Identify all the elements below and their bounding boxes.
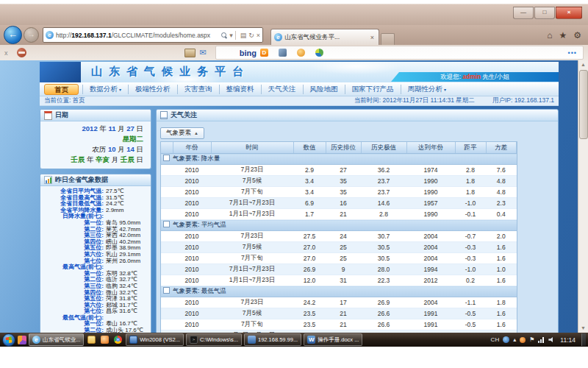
language-indicator[interactable]: CH [491,336,500,343]
table-cell: 1.6 [486,275,517,286]
scroll-up-icon[interactable]: ▲ [578,60,588,69]
table-cell: 7月1日~7月23日 [211,264,293,275]
column-header[interactable]: 年份 [173,142,211,154]
tab-close-icon[interactable]: × [369,34,376,41]
favorites-star-icon[interactable]: ★ [559,30,567,40]
mail-icon[interactable]: ✉ [200,48,207,57]
column-header[interactable]: 距平 [455,142,486,154]
table-data-row[interactable]: 20107月下旬27.02530.52004-0.31.6 [161,253,517,264]
table-cell: 2004 [406,297,455,308]
taskbar-task-button[interactable] [112,334,123,345]
new-tab-button[interactable] [381,33,395,45]
taskbar-task-button[interactable] [99,334,110,345]
bing-logo[interactable]: bing [240,49,257,57]
nav-menu-item[interactable]: 灾害查询 [177,85,219,94]
table-group-row[interactable]: 气象要素: 降水量 [161,154,517,165]
column-header[interactable]: 历史排位 [326,142,361,154]
network-icon[interactable] [538,337,545,343]
nav-menu-item[interactable]: 整编资料 [219,85,261,94]
nav-menu-item[interactable]: 风险地图 [303,85,345,94]
start-button[interactable] [2,333,15,347]
video-tool-icon[interactable] [279,49,287,57]
command-bar-icons: ✉ [184,48,207,57]
task-label: C:\Windows\s... [200,336,238,343]
forward-button[interactable]: → [24,27,39,43]
column-header[interactable]: 达到年份 [406,142,455,154]
table-data-row[interactable]: 20107月5候3.43523.719901.84.8 [161,176,517,187]
search-dropdown-icon[interactable]: ▾ [229,32,233,39]
snapshot-icon[interactable] [184,49,196,57]
expand-checkbox[interactable] [163,287,170,294]
element-filter-button[interactable]: 气象要素 ▲ [160,127,204,139]
table-cell: 2.3 [486,198,517,209]
table-group-row[interactable]: 气象要素: 平均气温 [161,220,517,231]
refresh-icon[interactable]: ↻ [248,32,254,39]
table-data-row[interactable]: 20107月1日~7月23日26.9928.01994-1.01.0 [161,264,517,275]
breadcrumb: 当前位置: 首页 [44,96,85,105]
taskbar-clock[interactable]: 11:14 [558,336,578,344]
table-data-row[interactable]: 20107月5候27.02530.52004-0.31.6 [161,242,517,253]
home-icon[interactable]: ⌂ [547,30,552,40]
browser-tab[interactable]: e 山东省气候业务平... × [270,29,379,45]
taskbar-task-button[interactable]: e 山东省气候业... [29,333,84,346]
blocked-addon-icon[interactable] [17,48,26,57]
close-button[interactable]: × [556,7,582,19]
scroll-down-icon[interactable]: ▼ [578,324,588,333]
notification-icon[interactable] [520,337,526,343]
taskbar-task-button[interactable]: ＞ C:\Windows\s... [186,333,242,346]
share-tool-icon[interactable] [315,49,323,57]
table-data-row[interactable]: 20107月23日24.21726.92004-1.11.8 [161,297,517,308]
table-group-row[interactable]: 气象要素: 最低气温 [161,286,517,297]
show-desktop-button[interactable] [581,333,586,346]
table-data-row[interactable]: 20107月23日27.52430.72004-0.72.0 [161,231,517,242]
table-data-row[interactable]: 20107月下旬23.52126.61991-0.51.6 [161,319,517,330]
ime-icon[interactable] [503,336,509,343]
table-data-row[interactable]: 20101月1日~7月23日1.7212.81990-0.10.4 [161,209,517,220]
nav-menu-item[interactable]: 国家下行产品 [345,85,401,94]
nav-menu-item[interactable]: 天气关注 [261,85,303,94]
back-button[interactable]: ← [4,26,22,44]
nav-menu-item[interactable]: 首页 [44,84,79,95]
table-data-row[interactable]: 20107月23日2.92736.219742.87.6 [161,165,517,176]
nav-menu-item[interactable]: 数据分析 ▾ [82,85,128,94]
volume-icon[interactable] [548,337,554,343]
highlight-tool-icon[interactable] [297,49,305,57]
table-data-row[interactable]: 20107月5候23.52126.61991-0.51.6 [161,308,517,319]
search-icon[interactable] [221,32,227,38]
column-header[interactable]: 历史极值 [361,142,406,154]
more-tools-icon[interactable]: ••• [568,49,577,57]
minimize-button[interactable]: — [513,7,534,19]
table-data-row[interactable]: 20107月下旬3.43523.719901.84.8 [161,187,517,198]
column-header[interactable]: 时间 [211,142,293,154]
addon-bar-close-icon[interactable]: x [4,49,8,57]
nav-menu-item[interactable]: 极端性分析 [128,85,177,94]
stop-icon[interactable]: × [257,32,260,39]
compatibility-view-icon[interactable]: ▤ [240,32,247,39]
window-titlebar[interactable]: — □ × [0,4,588,26]
tray-expand-icon[interactable]: ▴ [513,336,516,343]
table-cell: 27.0 [293,253,326,264]
settings-gear-icon[interactable]: ⚙ [573,30,581,40]
vertical-scrollbar[interactable]: ▲ ▼ [578,60,588,333]
bing-badge-icon[interactable]: D [260,49,268,57]
document-icon [160,111,168,119]
table-cell: 2010 [173,253,211,264]
column-header[interactable]: 方差 [486,142,517,154]
column-header[interactable]: 数值 [293,142,326,154]
nav-menu-item[interactable]: 周期性分析 ▾ [401,85,453,94]
table-cell: 7月23日 [211,231,293,242]
maximize-button[interactable]: □ [534,7,555,19]
taskbar-task-button[interactable] [86,334,97,345]
table-data-row[interactable]: 20101月1日~7月23日12.03122.320120.21.6 [161,275,517,286]
taskbar-task-button[interactable]: 192.168.59.99... [244,333,301,346]
scrollbar-thumb[interactable] [579,70,588,139]
expand-checkbox[interactable] [163,221,170,227]
address-bar[interactable]: e http://192.168.137.1/GLCCLIMATE/module… [43,27,263,43]
quick-launch-icon[interactable] [18,336,26,344]
table-data-row[interactable]: 20107月1日~7月23日6.91614.61957-1.02.3 [161,198,517,209]
url-text[interactable]: http://192.168.137.1/GLCCLIMATE/modules/… [56,32,220,39]
taskbar-task-button[interactable]: Win2008 (VS2... [126,333,184,346]
action-center-flag-icon[interactable]: ⚑ [529,336,534,343]
taskbar-task-button[interactable]: W 操作手册.docx ... [304,333,362,346]
expand-checkbox[interactable] [163,155,170,161]
